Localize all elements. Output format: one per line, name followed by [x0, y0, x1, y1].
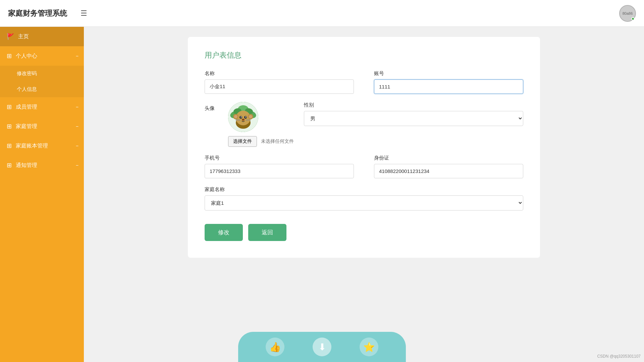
id-card-input[interactable]	[374, 164, 523, 178]
thumb-up-button[interactable]: 👍	[266, 338, 284, 356]
avatar-svg	[228, 102, 258, 132]
app-title: 家庭财务管理系统	[8, 8, 67, 18]
sidebar-sub-item-password-label: 修改密码	[17, 70, 37, 77]
button-row: 修改 返回	[205, 224, 523, 241]
star-icon: ⭐	[363, 342, 375, 353]
layout: 🚩 主页 ⊞ 个人中心 − 修改密码 个人信息 ⊞ 成员管理 − ⊞ 家庭管理 …	[0, 27, 644, 362]
id-card-group: 身份证	[374, 155, 523, 178]
sidebar-item-family-management[interactable]: ⊞ 家庭管理 −	[0, 117, 84, 136]
gender-label: 性别	[304, 102, 523, 108]
sidebar-item-family-account[interactable]: ⊞ 家庭账本管理 −	[0, 136, 84, 156]
thumb-up-icon: 👍	[269, 342, 281, 353]
file-row: 选择文件 未选择任何文件	[228, 136, 294, 147]
cancel-button[interactable]: 返回	[248, 224, 286, 241]
choose-file-button[interactable]: 选择文件	[228, 136, 257, 147]
watermark: CSDN @qq3205301107	[597, 354, 641, 359]
gender-select[interactable]: 男 女	[304, 111, 523, 126]
main-content: 用户表信息 名称 账号 头像	[84, 27, 644, 362]
family-name-group: 家庭名称 家庭1 家庭2	[205, 186, 523, 210]
family-icon: ⊞	[7, 123, 12, 130]
svg-point-10	[234, 115, 237, 118]
avatar-image	[228, 102, 258, 132]
sidebar-item-personal-info[interactable]: 个人信息	[0, 81, 84, 97]
sidebar-item-notification[interactable]: ⊞ 通知管理 −	[0, 156, 84, 175]
name-group: 名称	[205, 70, 354, 94]
chevron-right-icon3: −	[76, 143, 78, 148]
phone-label: 手机号	[205, 155, 354, 161]
gender-group: 性别 男 女	[304, 102, 523, 126]
sidebar-item-personal-center-label: 个人中心	[16, 53, 37, 60]
sidebar-item-notification-label: 通知管理	[16, 162, 37, 169]
avatar-online-dot	[631, 17, 635, 20]
avatar[interactable]: 80a86	[619, 5, 636, 22]
account-input[interactable]	[374, 79, 523, 94]
avatar-content: 选择文件 未选择任何文件	[228, 102, 294, 147]
sidebar-item-home-label: 主页	[18, 33, 29, 40]
avatar-text: 80a86	[623, 11, 633, 15]
svg-point-14	[241, 117, 242, 118]
sidebar-item-member-label: 成员管理	[16, 104, 37, 111]
account-icon: ⊞	[7, 142, 12, 149]
sidebar-item-member-management[interactable]: ⊞ 成员管理 −	[0, 97, 84, 117]
download-icon: ⬇	[318, 342, 326, 353]
chevron-right-icon2: −	[76, 124, 78, 129]
name-input[interactable]	[205, 79, 354, 94]
download-button[interactable]: ⬇	[313, 338, 331, 356]
form-title: 用户表信息	[205, 50, 523, 60]
account-label: 账号	[374, 70, 523, 77]
bottom-bar: 👍 ⬇ ⭐	[238, 332, 406, 362]
sidebar-item-family-account-label: 家庭账本管理	[16, 142, 48, 149]
file-placeholder: 未选择任何文件	[261, 138, 294, 144]
header: 家庭财务管理系统 ☰ 80a86	[0, 0, 644, 27]
menu-icon[interactable]: ☰	[80, 9, 87, 18]
avatar-label: 头像	[205, 105, 218, 112]
sidebar-item-home[interactable]: 🚩 主页	[0, 27, 84, 46]
sidebar-sub-item-info-label: 个人信息	[17, 86, 37, 93]
avatar-group: 头像	[205, 102, 523, 147]
svg-point-11	[249, 115, 252, 118]
svg-point-15	[246, 117, 247, 118]
submit-button[interactable]: 修改	[205, 224, 243, 241]
family-name-select[interactable]: 家庭1 家庭2	[205, 195, 523, 210]
member-icon: ⊞	[7, 103, 12, 111]
sidebar-item-family-label: 家庭管理	[16, 123, 37, 130]
personal-center-icon: ⊞	[7, 52, 12, 60]
sidebar-item-personal-center[interactable]: ⊞ 个人中心 −	[0, 46, 84, 66]
sidebar: 🚩 主页 ⊞ 个人中心 − 修改密码 个人信息 ⊞ 成员管理 − ⊞ 家庭管理 …	[0, 27, 84, 362]
chevron-right-icon: −	[76, 104, 78, 110]
id-card-label: 身份证	[374, 155, 523, 161]
phone-input[interactable]	[205, 164, 354, 178]
star-button[interactable]: ⭐	[360, 338, 378, 356]
home-icon: 🚩	[7, 33, 14, 40]
phone-group: 手机号	[205, 155, 354, 178]
notification-icon: ⊞	[7, 162, 12, 169]
form-grid: 名称 账号 头像	[205, 70, 523, 241]
family-name-label: 家庭名称	[205, 186, 523, 193]
account-group: 账号	[374, 70, 523, 94]
sidebar-item-change-password[interactable]: 修改密码	[0, 66, 84, 81]
form-card: 用户表信息 名称 账号 头像	[188, 37, 540, 258]
name-label: 名称	[205, 70, 354, 77]
svg-point-16	[242, 119, 245, 121]
chevron-down-icon: −	[76, 53, 78, 59]
chevron-right-icon4: −	[76, 163, 78, 168]
